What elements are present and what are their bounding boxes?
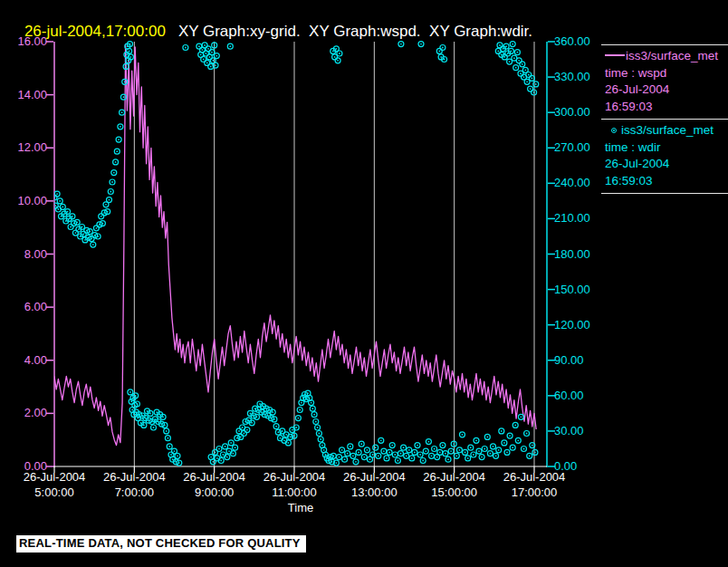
wspd-line-series xyxy=(54,44,536,446)
legend-entry-wspd: iss3/surface_met time : wspd 26-Jul-2004… xyxy=(601,45,728,119)
legend-time: 16:59:03 xyxy=(605,173,728,190)
legend-param: time : wspd xyxy=(605,65,728,82)
x-tick-time: 15:00:00 xyxy=(409,485,500,500)
x-tick-date: 26-Jul-2004 xyxy=(89,469,179,485)
legend-date: 26-Jul-2004 xyxy=(605,82,728,99)
x-tick-time: 9:00:00 xyxy=(169,485,260,500)
x-tick-time: 17:00:00 xyxy=(489,485,580,500)
right-axis-tick-label: 180.00 xyxy=(554,247,590,262)
left-axis-tick-label: 6.00 xyxy=(0,300,47,314)
right-axis-tick-label: 330.00 xyxy=(554,70,590,84)
x-tick-date: 26-Jul-2004 xyxy=(249,469,340,485)
legend-param: time : wdir xyxy=(605,139,728,157)
left-axis-tick-label: 16.00 xyxy=(0,34,47,49)
xy-graph-window: 26-jul-2004,17:00:00XY Graph:xy-grid. XY… xyxy=(0,0,728,567)
x-tick-date: 26-Jul-2004 xyxy=(9,469,100,485)
x-tick-time: 5:00:00 xyxy=(9,485,100,500)
legend-entry-wdir: iss3/surface_met time : wdir 26-Jul-2004… xyxy=(601,120,728,193)
legend-divider xyxy=(601,193,728,194)
right-axis-tick-label: 150.00 xyxy=(554,283,590,297)
quality-notice: REAL-TIME DATA, NOT CHECKED FOR QUALITY xyxy=(16,535,306,553)
left-axis-tick-label: 10.00 xyxy=(0,194,47,208)
x-axis-tick-label: 26-Jul-20045:00:00 xyxy=(9,469,100,500)
x-tick-time: 7:00:00 xyxy=(89,485,179,500)
legend-source: iss3/surface_met xyxy=(621,123,714,137)
x-tick-date: 26-Jul-2004 xyxy=(169,469,260,485)
x-tick-time: 13:00:00 xyxy=(329,485,419,500)
left-axis-tick-label: 8.00 xyxy=(0,247,47,262)
x-axis-tick-label: 26-Jul-200417:00:00 xyxy=(489,469,580,500)
left-axis-tick-label: 12.00 xyxy=(0,140,47,155)
x-axis-tick-label: 26-Jul-200413:00:00 xyxy=(329,469,419,500)
right-axis-tick-label: 210.00 xyxy=(554,211,590,226)
legend-date: 26-Jul-2004 xyxy=(605,156,728,173)
left-axis-tick-label: 14.00 xyxy=(0,88,47,102)
legend-time: 16:59:03 xyxy=(605,99,728,116)
left-axis-tick-label: 4.00 xyxy=(0,353,47,368)
right-axis-tick-label: 240.00 xyxy=(554,176,590,190)
x-tick-date: 26-Jul-2004 xyxy=(489,469,580,485)
x-axis-tick-label: 26-Jul-200415:00:00 xyxy=(409,469,500,500)
x-axis-tick-label: 26-Jul-20049:00:00 xyxy=(169,469,260,500)
wspd-line-sample-icon xyxy=(605,54,625,56)
x-axis-tick-label: 26-Jul-200411:00:00 xyxy=(249,469,340,500)
right-axis-tick-label: 120.00 xyxy=(554,318,590,332)
legend-source: iss3/surface_met xyxy=(626,49,718,62)
x-axis-tick-label: 26-Jul-20047:00:00 xyxy=(89,469,179,500)
x-tick-time: 11:00:00 xyxy=(249,485,340,500)
right-axis-tick-label: 300.00 xyxy=(554,105,590,120)
x-axis-title: Time xyxy=(54,501,547,514)
x-tick-date: 26-Jul-2004 xyxy=(329,469,419,485)
right-axis-tick-label: 30.00 xyxy=(554,424,584,438)
right-axis-tick-label: 90.00 xyxy=(554,353,584,368)
x-tick-date: 26-Jul-2004 xyxy=(409,469,500,485)
right-axis-tick-label: 60.00 xyxy=(554,389,584,403)
right-axis-tick-label: 270.00 xyxy=(554,140,590,155)
left-axis-tick-label: 2.00 xyxy=(0,406,47,420)
legend-panel: iss3/surface_met time : wspd 26-Jul-2004… xyxy=(601,44,728,194)
wdir-marker-icon xyxy=(611,128,617,133)
right-axis-tick-label: 360.00 xyxy=(554,34,590,49)
